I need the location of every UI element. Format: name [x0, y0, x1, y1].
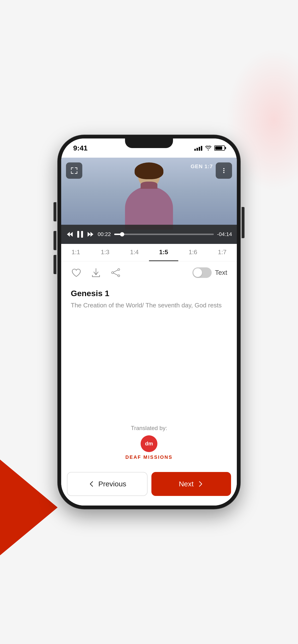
person-hair [135, 162, 163, 179]
status-time: 9:41 [73, 144, 88, 152]
text-label: Text [215, 269, 227, 276]
org-name: DEAF MISSIONS [125, 454, 173, 460]
video-area: GEN 1:7 [61, 158, 237, 244]
toggle-knob [193, 268, 202, 277]
svg-point-1 [223, 170, 225, 171]
svg-point-2 [223, 172, 225, 173]
text-toggle[interactable] [192, 268, 212, 278]
wifi-icon [205, 146, 211, 150]
video-gen-label: GEN 1:7 [191, 164, 213, 170]
video-controls: 00:22 -04:14 [61, 225, 237, 244]
verse-tab-1-6[interactable]: 1:6 [178, 244, 208, 261]
progress-bar[interactable] [114, 234, 214, 235]
rewind-button[interactable] [66, 231, 74, 238]
status-bar: 9:41 [61, 138, 237, 158]
svg-rect-6 [81, 231, 83, 238]
previous-button[interactable]: Previous [67, 472, 147, 496]
phone-frame: 9:41 [58, 135, 240, 509]
share-button[interactable] [110, 267, 121, 278]
svg-marker-4 [70, 232, 73, 237]
text-toggle-area: Text [192, 268, 227, 278]
battery-fill [215, 146, 222, 150]
next-label: Next [179, 480, 194, 488]
verse-tab-1-5[interactable]: 1:5 [149, 244, 178, 261]
verse-tabs: 1:1 1:3 1:4 1:5 1:6 1:7 [61, 244, 237, 262]
phone-screen: 9:41 [61, 138, 237, 506]
next-button[interactable]: Next [152, 472, 231, 496]
dm-logo-text: dm [145, 440, 153, 447]
signal-icon [194, 146, 202, 151]
progress-thumb [120, 232, 124, 236]
like-button[interactable] [71, 267, 82, 278]
expand-button[interactable] [66, 162, 82, 179]
svg-marker-8 [90, 232, 93, 237]
chapter-subtitle: The Creation of the World/ The seventh d… [71, 301, 227, 310]
battery-icon [214, 146, 225, 151]
signal-bar-3 [199, 147, 200, 151]
status-icons [194, 146, 225, 151]
svg-point-9 [118, 268, 120, 270]
action-bar: Text [61, 262, 237, 284]
time-current: 00:22 [98, 231, 111, 238]
svg-point-11 [112, 272, 113, 274]
verse-tab-1-1[interactable]: 1:1 [61, 244, 90, 261]
fast-forward-button[interactable] [87, 231, 94, 238]
chapter-title: Genesis 1 [71, 289, 227, 298]
verse-tab-1-3[interactable]: 1:3 [90, 244, 120, 261]
signal-bar-2 [197, 148, 198, 151]
verse-tab-1-7[interactable]: 1:7 [208, 244, 237, 261]
bottom-nav: Previous Next [61, 467, 237, 506]
action-icons [71, 267, 121, 278]
verse-tab-1-4[interactable]: 1:4 [120, 244, 149, 261]
dm-logo: dm [140, 435, 158, 452]
svg-marker-7 [88, 232, 90, 237]
signal-bar-1 [194, 149, 196, 151]
svg-rect-5 [77, 231, 79, 238]
bg-triangle [0, 448, 58, 567]
translated-label: Translated by: [131, 425, 167, 432]
notch [125, 138, 173, 148]
svg-point-10 [118, 275, 120, 277]
translated-by-section: Translated by: dm DEAF MISSIONS [61, 415, 237, 467]
download-button[interactable] [90, 267, 101, 278]
person-body [125, 186, 173, 230]
previous-label: Previous [98, 480, 126, 488]
svg-point-0 [223, 168, 225, 170]
video-person [125, 166, 173, 230]
content-area: Genesis 1 The Creation of the World/ The… [61, 284, 237, 415]
more-options-button[interactable] [216, 162, 232, 179]
signal-bar-4 [201, 146, 202, 151]
svg-marker-3 [67, 232, 70, 237]
pause-button[interactable] [77, 231, 83, 238]
time-remaining: -04:14 [217, 231, 232, 238]
person-head [138, 166, 160, 188]
person-beard [140, 182, 158, 189]
